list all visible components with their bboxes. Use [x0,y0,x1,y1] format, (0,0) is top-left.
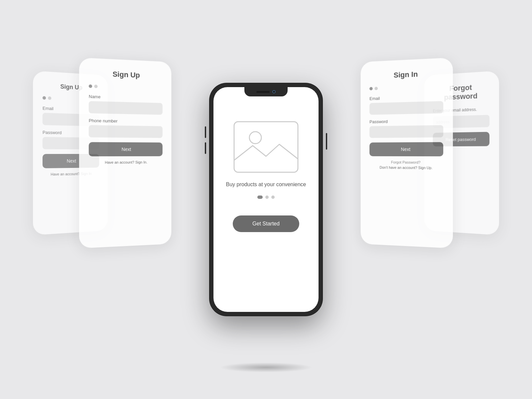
volume-down-button [205,142,206,154]
volume-up-button [205,126,206,138]
name-field [89,101,163,115]
right-password-field [369,125,443,138]
speaker [256,91,270,93]
left-link: Have an account? Sign In. [89,160,163,165]
right-title: Sign In [369,69,443,80]
camera [272,90,276,93]
phone-label: Phone number [89,118,163,124]
onboarding-description: Buy products at your convenience [226,182,306,188]
right-next-button[interactable]: Next [369,142,443,156]
right-email-field [369,101,443,115]
card-right: Sign In Email Password Next Forgot Passw… [361,58,453,248]
get-started-button[interactable]: Get Started [233,215,299,232]
svg-point-1 [249,132,261,144]
svg-rect-0 [234,122,298,172]
name-label: Name [89,94,163,101]
phone-screen: Buy products at your convenience Get Sta… [213,87,319,312]
right-link: Don't have an account? Sign Up. [369,165,443,170]
power-button [326,133,327,150]
left-title: Sign Up [89,69,163,80]
right-password-label: Password [369,118,443,124]
page-dot-3 [271,196,275,199]
phone-outer: Buy products at your convenience Get Sta… [209,83,323,316]
page-dot-1 [257,196,263,199]
phone-shadow [219,362,313,372]
card-left: Sign Up Name Phone number Next Have an a… [79,58,171,248]
dot-inactive [94,85,97,88]
dot-r1 [369,87,373,90]
dot-2 [48,96,51,100]
dot-1 [43,96,46,100]
dot-r2 [374,87,378,90]
center-phone: Buy products at your convenience Get Sta… [209,83,323,316]
left-next-button[interactable]: Next [89,142,163,156]
onboarding-screen: Buy products at your convenience Get Sta… [213,87,319,312]
forgot-password-link[interactable]: Forgot Password? [369,160,443,165]
onboarding-image [233,120,299,174]
scene: Sign Up Email Password Next Have an acco… [33,33,499,366]
page-dot-2 [265,196,269,199]
phone-field [89,125,163,138]
phone-notch [244,87,288,96]
dot-active [89,84,92,88]
pagination-dots [257,196,275,199]
right-email-label: Email [369,94,443,101]
